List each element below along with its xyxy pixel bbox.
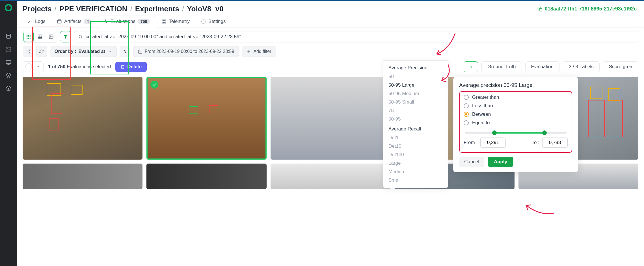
svg-rect-8 bbox=[165, 22, 166, 23]
annotation-arrow bbox=[523, 200, 557, 218]
app-logo[interactable] bbox=[5, 4, 12, 11]
filter-heading-precision: Average Precision : bbox=[383, 64, 448, 72]
breadcrumb-experiments[interactable]: Experiments bbox=[135, 5, 179, 13]
search-input[interactable]: created_at >= "2023-09-19 00:00" and cre… bbox=[74, 31, 638, 42]
evaluation-card[interactable] bbox=[23, 77, 142, 160]
svg-rect-16 bbox=[27, 38, 27, 39]
radio-greater-than[interactable]: Greater than bbox=[464, 95, 568, 100]
svg-rect-18 bbox=[30, 38, 31, 39]
svg-rect-23 bbox=[139, 50, 142, 53]
filter-heading-recall: Average Recall : bbox=[383, 125, 448, 134]
filter-item[interactable]: 75 bbox=[383, 106, 448, 115]
layers-icon[interactable] bbox=[5, 72, 12, 79]
breadcrumb-projects[interactable]: Projects bbox=[23, 5, 52, 13]
tab-settings[interactable]: Settings bbox=[196, 16, 231, 27]
chip-both[interactable]: h bbox=[464, 61, 478, 72]
tab-artifacts-label: Artifacts bbox=[64, 19, 81, 24]
svg-rect-11 bbox=[28, 35, 29, 36]
tab-settings-label: Settings bbox=[208, 19, 226, 24]
svg-rect-12 bbox=[30, 35, 31, 36]
presentation-icon[interactable] bbox=[5, 59, 12, 66]
range-slider[interactable] bbox=[465, 132, 567, 134]
shuffle-button[interactable] bbox=[23, 46, 33, 57]
from-label: From : bbox=[464, 140, 477, 145]
filter-item[interactable]: Large bbox=[383, 159, 448, 168]
radio-equal-to[interactable]: Equal to bbox=[464, 120, 568, 126]
chip-labels[interactable]: 3 / 3 Labels bbox=[563, 61, 600, 72]
filter-item[interactable]: 50 bbox=[383, 72, 448, 81]
filter-item[interactable]: 50-95 Large bbox=[383, 81, 448, 89]
filter-item[interactable]: 50-95 bbox=[383, 115, 448, 123]
breadcrumb: Projects / PPE VERIFICATION / Experiment… bbox=[23, 5, 224, 13]
svg-rect-14 bbox=[28, 37, 29, 37]
delete-label: Delete bbox=[127, 64, 142, 70]
select-all-checkbox[interactable] bbox=[25, 63, 32, 70]
evaluation-card[interactable] bbox=[271, 77, 390, 160]
image-icon[interactable] bbox=[5, 46, 12, 53]
evaluation-card[interactable] bbox=[146, 164, 266, 189]
tab-logs[interactable]: Logs bbox=[23, 16, 51, 27]
svg-rect-13 bbox=[27, 37, 27, 37]
svg-point-9 bbox=[203, 21, 204, 22]
svg-rect-5 bbox=[162, 20, 164, 21]
filter-item[interactable]: Det10 bbox=[383, 142, 448, 151]
svg-rect-10 bbox=[27, 35, 27, 36]
tab-telemetry-label: Telemetry bbox=[169, 19, 190, 24]
experiment-id-text: 018aaf72-ffb1-716f-8865-217e93e1f92c bbox=[545, 6, 637, 12]
filter-item[interactable]: Medium bbox=[383, 168, 448, 176]
filter-item[interactable]: 50-95 Medium bbox=[383, 89, 448, 98]
tab-telemetry[interactable]: Telemetry bbox=[156, 16, 195, 27]
filter-item[interactable]: Small bbox=[383, 176, 448, 185]
filter-item[interactable]: Det100 bbox=[383, 151, 448, 159]
svg-rect-3 bbox=[6, 61, 11, 64]
svg-rect-7 bbox=[162, 22, 164, 23]
experiment-id[interactable]: 018aaf72-ffb1-716f-8865-217e93e1f92c bbox=[537, 6, 637, 12]
evaluation-card[interactable] bbox=[23, 164, 142, 189]
chip-score[interactable]: Score grea bbox=[603, 61, 638, 72]
filter-metric-dropdown: Average Precision : 50 50-95 Large 50-95… bbox=[383, 60, 448, 188]
cube-icon[interactable] bbox=[5, 85, 12, 92]
chip-ground-truth[interactable]: Ground Truth bbox=[481, 61, 522, 72]
radio-between[interactable]: Between bbox=[464, 111, 568, 117]
database-icon[interactable] bbox=[5, 33, 12, 40]
svg-rect-4 bbox=[539, 8, 542, 11]
date-range-filter[interactable]: From 2023-09-19 00:00 to 2023-09-22 23:5… bbox=[133, 46, 239, 57]
breadcrumb-current: YoloV8_v0 bbox=[187, 5, 224, 13]
filter-item[interactable]: 50-95 Small bbox=[383, 98, 448, 106]
evaluation-card[interactable] bbox=[271, 164, 390, 189]
svg-rect-17 bbox=[28, 38, 29, 39]
add-filter-button[interactable]: Add filter bbox=[242, 46, 276, 57]
svg-point-2 bbox=[7, 48, 8, 49]
check-icon bbox=[150, 81, 158, 89]
apply-button[interactable]: Apply bbox=[488, 157, 513, 167]
to-input[interactable] bbox=[542, 138, 568, 148]
svg-point-0 bbox=[7, 34, 11, 36]
add-filter-label: Add filter bbox=[253, 49, 271, 54]
evaluation-card[interactable] bbox=[146, 77, 266, 160]
tab-logs-label: Logs bbox=[35, 19, 46, 24]
svg-point-22 bbox=[79, 35, 82, 38]
radio-less-than[interactable]: Less than bbox=[464, 103, 568, 109]
filter-item[interactable]: Det1 bbox=[383, 134, 448, 142]
to-label: To : bbox=[532, 140, 539, 145]
breadcrumb-project[interactable]: PPE VERIFICATION bbox=[59, 5, 127, 13]
chip-evaluation[interactable]: Evaluation bbox=[525, 61, 559, 72]
cancel-button[interactable]: Cancel bbox=[459, 157, 484, 167]
popover-title: Average precision 50-95 Large bbox=[459, 82, 572, 88]
from-input[interactable] bbox=[480, 138, 506, 148]
app-sidebar bbox=[0, 1, 17, 266]
date-range-text: From 2023-09-19 00:00 to 2023-09-22 23:5… bbox=[145, 49, 234, 54]
svg-rect-15 bbox=[30, 37, 31, 37]
evaluations-badge: 750 bbox=[138, 19, 150, 24]
filter-range-popover: Average precision 50-95 Large Greater th… bbox=[453, 77, 578, 172]
svg-rect-6 bbox=[165, 20, 166, 21]
